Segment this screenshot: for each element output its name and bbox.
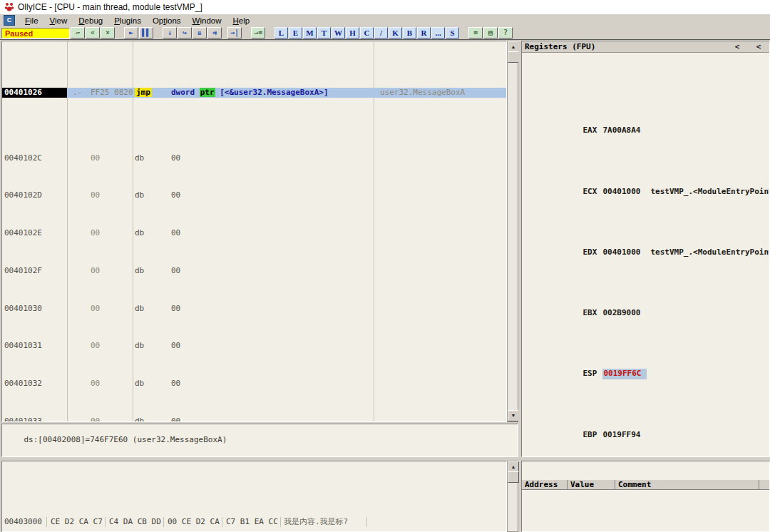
disasm-row[interactable]: 0040102E 00 db00 (2, 228, 506, 238)
register-comment (645, 430, 650, 439)
executables-button[interactable]: E (289, 27, 302, 39)
bytes-cell: 00 (67, 416, 133, 422)
disasm-row[interactable]: 0040102F 00 db00 (2, 266, 506, 276)
register-value: 002B9000 (602, 308, 645, 318)
stack-header-address: Address (522, 480, 568, 490)
comment-cell (374, 190, 506, 200)
register-value: 7A00A8A4 (602, 126, 645, 135)
comment-cell (374, 153, 506, 163)
instruction-cell: jmpdword ptr [<&user32.MessageBoxA>] (133, 88, 374, 98)
disasm-row[interactable]: 00401031 00 db00 (2, 341, 506, 351)
register-row[interactable]: EBX002B9000 (526, 298, 769, 329)
open-file-button[interactable]: ▱ (71, 27, 85, 39)
menu-bar: C FileViewDebugPluginsOptionsWindowHelp (0, 14, 770, 26)
pause-button[interactable]: ▌▌ (139, 27, 153, 39)
register-row[interactable]: ESP0019FF6C (526, 359, 769, 389)
disasm-row[interactable]: 00401032 00 db00 (2, 379, 506, 389)
comment-cell: user32.MessageBoxA (374, 88, 506, 98)
comment-cell (374, 266, 506, 276)
address-cell: 00401032 (2, 379, 67, 389)
goto-eip-button[interactable]: →≡ (251, 27, 265, 39)
registers-prev-button[interactable]: < (727, 42, 748, 51)
register-value: 0019FF94 (602, 430, 645, 440)
window-title: OllyICE - [CPU - main thread, module tes… (18, 2, 202, 12)
address-cell: 00401031 (2, 341, 67, 351)
scrollbar-thumb[interactable] (508, 471, 519, 483)
run-trace-button[interactable]: ... (431, 27, 445, 39)
windows-button[interactable]: W (332, 27, 345, 39)
threads-button[interactable]: T (317, 27, 331, 39)
execute-till-return-button[interactable]: →| (227, 27, 242, 39)
vertical-splitter[interactable] (518, 41, 521, 532)
register-comment: testVMP_.<ModuleEntryPoint> (645, 247, 770, 257)
dump-bytes: C4 DA CB DD (105, 517, 163, 527)
run-button[interactable]: ► (124, 27, 138, 39)
handles-button[interactable]: H (346, 27, 359, 39)
disasm-row[interactable]: 0040102D 00 db00 (2, 190, 506, 200)
disasm-row[interactable]: 0040102C 00 db00 (2, 153, 506, 163)
appearance-button[interactable]: ▤ (483, 27, 498, 39)
register-row[interactable]: EBP0019FF94 (526, 419, 769, 450)
register-row[interactable]: EDX00401000testVMP_.<ModuleEntryPoint> (526, 237, 769, 268)
bytes-cell: 00 (67, 266, 133, 276)
register-comment (645, 308, 650, 317)
register-row[interactable]: ECX00401000testVMP_.<ModuleEntryPoint> (526, 176, 769, 207)
dump-address: 00403000 (2, 517, 46, 527)
registers-pane[interactable]: Registers (FPU) < < EAX7A00A8A4 ECX00401… (521, 41, 770, 457)
stack-headers: Address Value Comment (522, 480, 769, 490)
instruction-cell: db00 (133, 190, 374, 200)
trace-over-button[interactable]: ⇉ (207, 27, 222, 39)
register-value: 00401000 (602, 187, 645, 197)
register-value: 0019FF6C (602, 369, 647, 379)
call-stack-button[interactable]: K (389, 27, 402, 39)
bytes-cell: 00 (67, 190, 133, 200)
disassembly-pane[interactable]: 00401026 .-FF25 08204000 jmpdword ptr [<… (1, 41, 507, 422)
dump-bytes: 00 CE D2 CA (163, 517, 222, 527)
menu-item-plugins[interactable]: Plugins (108, 16, 147, 26)
options-list-button[interactable]: ≡ (468, 27, 483, 39)
cpu-window-button[interactable]: C (360, 27, 374, 39)
trace-into-button[interactable]: ⇊ (192, 27, 207, 39)
disasm-row[interactable]: 00401030 00 db00 (2, 304, 506, 314)
disasm-row[interactable]: 00401033 00 db00 (2, 416, 506, 422)
help-button[interactable]: ? (498, 27, 513, 39)
scrollbar-thumb[interactable] (508, 51, 519, 63)
dump-row[interactable]: 00403000 CE D2 CA C7 C4 DA CB DD 00 CE D… (2, 517, 506, 527)
references-button[interactable]: R (417, 27, 431, 39)
patches-button[interactable]: / (374, 27, 388, 39)
menu-item-view[interactable]: View (44, 16, 73, 26)
menu-item-options[interactable]: Options (147, 16, 187, 26)
bytes-cell: .-FF25 08204000 (67, 88, 133, 98)
source-button[interactable]: S (446, 27, 459, 39)
info-line: ds:[00402008]=746F7E60 (user32.MessageBo… (24, 435, 227, 444)
step-into-button[interactable]: ↓ (163, 27, 177, 39)
disasm-selected-row[interactable]: 00401026 .-FF25 08204000 jmpdword ptr [<… (2, 88, 506, 98)
disasm-scrollbar[interactable]: ▲ ▼ (507, 41, 518, 422)
instruction-cell: db00 (133, 266, 374, 276)
comment-cell (374, 228, 506, 238)
menu-item-debug[interactable]: Debug (73, 16, 108, 26)
log-window-button[interactable]: L (274, 27, 288, 39)
register-comment (647, 369, 652, 378)
registers-prev-button2[interactable]: < (748, 42, 769, 51)
menu-item-window[interactable]: Window (187, 16, 227, 26)
step-over-button[interactable]: ↪ (178, 27, 192, 39)
restart-button[interactable]: « (86, 27, 100, 39)
menu-items: FileViewDebugPluginsOptionsWindowHelp (19, 16, 255, 26)
bytes-cell: 00 (67, 304, 133, 314)
menu-item-help[interactable]: Help (227, 16, 256, 26)
breakpoints-button[interactable]: B (403, 27, 416, 39)
dump-scrollbar[interactable]: ▲ (507, 461, 518, 532)
stack-pane[interactable]: Address Value Comment 0019FF6C 00468994 … (521, 461, 770, 532)
comment-cell (374, 341, 506, 351)
comment-cell (374, 379, 506, 389)
hex-dump-pane[interactable]: 00403000 CE D2 CA C7 C4 DA CB DD 00 CE D… (1, 461, 507, 532)
bytes-cell: 00 (67, 228, 133, 238)
close-button[interactable]: × (101, 27, 115, 39)
memory-map-button[interactable]: M (303, 27, 317, 39)
scroll-down-arrow[interactable]: ▼ (508, 410, 519, 421)
address-cell: 0040102D (2, 190, 67, 200)
register-row[interactable]: EAX7A00A8A4 (526, 116, 769, 146)
cpu-child-icon[interactable]: C (4, 15, 15, 26)
menu-item-file[interactable]: File (19, 16, 44, 26)
